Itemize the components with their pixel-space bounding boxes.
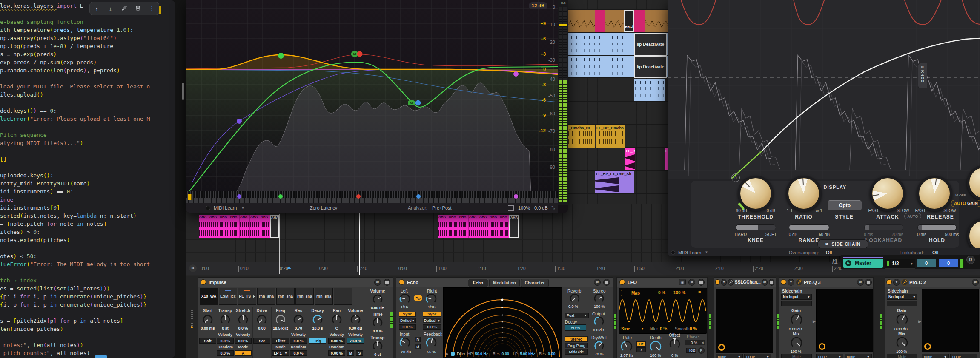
code-line[interactable]: lueError("Error: The MIDI melody is too …	[0, 260, 175, 268]
move-down-icon[interactable]: ↓	[106, 5, 115, 12]
code-line[interactable]: sorted(inst.notes, key=lambda n: n.start…	[0, 212, 175, 220]
aha-clip[interactable]: AHA	[499, 215, 510, 238]
code-line[interactable]: idi.instruments) == 0:	[0, 188, 175, 196]
sslg-title-bar[interactable]: ▼ SSLGChan... ⇄	[714, 278, 776, 287]
release-knob[interactable]	[917, 176, 952, 211]
param-button[interactable]: Soft	[199, 338, 216, 344]
aha-clip-selected[interactable]: AHA	[270, 215, 279, 238]
ratio-knob[interactable]	[786, 176, 822, 211]
key-dot-red[interactable]	[356, 194, 361, 199]
param-button[interactable]: A	[235, 350, 252, 356]
code-line[interactable]: alyzing MIDI file(s)...")	[0, 139, 175, 147]
eq-graph[interactable]: M M	[186, 0, 558, 191]
piano-keyboard-strip[interactable]	[186, 191, 558, 203]
time-global-knob[interactable]	[372, 317, 383, 330]
sidechain-mix-knob[interactable]	[896, 336, 908, 351]
hot-swap-icon[interactable]: ⇄	[688, 279, 695, 286]
midi-learn-button[interactable]: MIDI Learn	[214, 205, 237, 210]
pingpong-mode-button[interactable]: Ping Pong	[565, 343, 588, 348]
plugin-panel[interactable]	[716, 289, 773, 353]
expand-arrow-icon[interactable]: ▶	[813, 319, 816, 324]
hot-swap-icon[interactable]: ⇄	[972, 279, 979, 286]
output-value[interactable]: 0.0 dB	[593, 328, 604, 332]
global-param-value[interactable]: 0.00 dB	[367, 306, 388, 310]
code-line[interactable]: es = sorted(list(set(all_notes)))	[0, 284, 175, 293]
feedback-knob[interactable]	[425, 337, 437, 350]
code-line[interactable]: idi.instruments[0]	[0, 204, 175, 212]
depth-knob[interactable]	[649, 340, 662, 355]
phase-value-box[interactable]: 0 %◀	[685, 340, 705, 345]
proq-title-bar[interactable]: ▼ Pro-Q 3 ⇄	[779, 278, 873, 287]
smooth-value[interactable]: 0 %	[690, 327, 697, 331]
drywet-knob[interactable]	[593, 340, 605, 353]
param-value[interactable]: C	[327, 326, 347, 330]
save-icon[interactable]	[603, 279, 610, 286]
start-knob[interactable]	[202, 314, 213, 327]
param-slot[interactable]: none▼	[716, 354, 743, 358]
volume-knob[interactable]	[350, 314, 361, 327]
clip-purple[interactable]: FL_BP_Fx_One_Sh	[595, 171, 634, 193]
code-line[interactable]	[0, 99, 175, 107]
plugin-edit-icon[interactable]	[728, 279, 734, 286]
impulse-slot[interactable]: ESM_lcc	[219, 288, 237, 305]
code-line[interactable]: {p: i for i, p in enumerate(unique_pitch…	[0, 293, 175, 301]
auto-release-toggle[interactable]: AUTO	[904, 213, 921, 219]
param-button[interactable]: 0.0 %	[217, 338, 234, 344]
eq-band-dot-purple[interactable]	[237, 119, 242, 124]
compressor-display[interactable]	[668, 0, 980, 179]
right-sync-button[interactable]: Sync	[423, 312, 441, 317]
left-delay-value[interactable]: 1/16	[401, 305, 408, 309]
gain-value[interactable]: 0.00 dB	[789, 327, 802, 331]
quantize-selector[interactable]: 1/2 ▼	[885, 259, 915, 269]
output-gain-knob[interactable]	[593, 316, 605, 329]
lfo-shape-selector[interactable]: Sine	[621, 327, 630, 331]
aha-clip[interactable]: AHA	[458, 215, 469, 238]
impulse-slot[interactable]: X10_WA	[200, 288, 218, 305]
param-value[interactable]: 0.00 dB	[345, 326, 366, 330]
side-chain-toggle[interactable]: ≋ SIDE CHAIN	[817, 239, 868, 249]
left-offset[interactable]: 0.0 %	[399, 324, 416, 330]
code-line[interactable]: Pitch sequence	[0, 131, 175, 139]
lfo-min[interactable]: 0 %	[658, 290, 665, 295]
range-slider[interactable]	[789, 224, 829, 230]
lookahead-bottom-value[interactable]: Off	[932, 250, 938, 255]
eq-band-dot-red[interactable]	[357, 51, 363, 57]
code-line[interactable]	[0, 163, 175, 171]
aha-clip-selected[interactable]: AHA	[509, 215, 519, 238]
pan-value-box[interactable]: 0	[939, 259, 958, 267]
global-param-value[interactable]: 0 st	[367, 352, 388, 357]
code-line[interactable]: itches) > 0:	[0, 228, 175, 236]
param-value[interactable]: 0.70	[288, 326, 309, 330]
code-line[interactable]: np.log(preds + 1e-8) / temperature	[0, 42, 175, 50]
sidechain-input-selector[interactable]: No Input▼	[887, 294, 917, 300]
send-value-box[interactable]: 0	[917, 259, 936, 267]
plugin-panel[interactable]	[922, 289, 979, 352]
key-dot-blue[interactable]	[416, 194, 421, 199]
d-button[interactable]: D	[966, 256, 975, 264]
tab-character[interactable]: Character	[521, 279, 549, 287]
impulse-slot[interactable]: rhh_sna	[276, 288, 295, 305]
code-line[interactable]: notes:", len(all_notes))	[0, 341, 175, 349]
hot-swap-icon[interactable]: ⇄	[762, 279, 768, 286]
sync-mode-button[interactable]: ♪	[636, 347, 646, 352]
lfo-display[interactable]: Map 0 % 100 % ≡ Sine ▼ Jitter 0 % Smooth…	[619, 288, 707, 334]
hot-swap-icon[interactable]: ⇄	[374, 279, 381, 286]
mute-button[interactable]: Mute	[781, 354, 812, 358]
aha-clip[interactable]: AHA	[250, 215, 260, 238]
clip-audio[interactable]: _Omaha_Dr	[568, 125, 595, 148]
param-value[interactable]: 18.5 kHz	[270, 326, 291, 330]
code-line[interactable]: []	[0, 155, 175, 163]
param-button[interactable]: 70.0 %	[347, 338, 364, 344]
code-line[interactable]: {i: p for i, p in enumerate(unique_pitch…	[0, 301, 175, 309]
track-row-blue-1[interactable]: lip Deactivate	[568, 33, 668, 56]
reverb-position-selector[interactable]: Post▼	[565, 313, 589, 318]
code-line[interactable]: exp_preds / np.sum(exp_preds)	[0, 58, 175, 66]
edit-icon[interactable]	[120, 5, 129, 13]
piano-toggle-icon[interactable]	[508, 205, 514, 211]
aha-clip[interactable]: AHA	[219, 215, 229, 238]
pan-knob[interactable]	[331, 314, 342, 327]
device-on-led[interactable]	[886, 279, 892, 285]
eq-band-dot-green[interactable]	[278, 53, 284, 59]
hot-swap-icon[interactable]: ⇄	[857, 279, 864, 286]
oversampling-value[interactable]: Off	[826, 250, 832, 255]
